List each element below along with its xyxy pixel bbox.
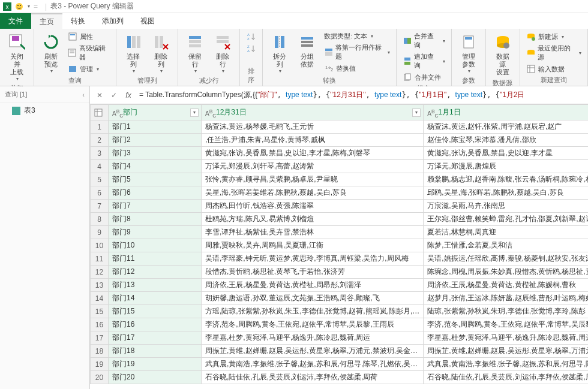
col-header-c2[interactable]: ABC1月1日	[424, 105, 588, 120]
table-row[interactable]: 9 部门9 李雪,谭拜祉,杨紫佳,吴卉雪,禁浩林 夏若洁,林慧桐,周真迎	[91, 226, 589, 239]
row-number[interactable]: 18	[91, 345, 109, 358]
row-number[interactable]: 14	[91, 292, 109, 305]
cell-c2[interactable]: 赵梦月,张倩,王运冰,陈妍菡,赵辰维,曹彤,叶运鸥,梅妮	[424, 292, 588, 305]
table-row[interactable]: 19 部门19 武真晨,黄南浩,李振维,张子馨,赵振,苏和辰,何思寻,陈琴,孔燃…	[91, 358, 589, 371]
cell-c1[interactable]: 周济依,王辰,杨星曼,黄荷达,黄梐祉,周昂彤,刘濡泽	[202, 279, 424, 292]
cell-dept[interactable]: 部门15	[109, 305, 202, 318]
cell-dept[interactable]: 部门10	[109, 239, 202, 252]
cell-c1[interactable]: 段惜杰,黄忻鸥,杨思祉,黄琴飞,于若怡,张济芳	[202, 266, 424, 279]
enter-data-button[interactable]: 输入数据	[525, 64, 583, 74]
table-row[interactable]: 20 部门20 石谷晓,陆佳依,孔辰,吴芸辰,刘运沛,李拜依,侯菡柔,周荷 石谷…	[91, 371, 589, 384]
fx-icon[interactable]: fx	[122, 89, 134, 101]
cell-dept[interactable]: 部门6	[109, 186, 202, 200]
cell-c2[interactable]: 黄滋宛,张访,吴香凰,禁昌,史以迎,李才星	[424, 147, 588, 160]
cell-c1[interactable]: 方瑶,陆琼,张紫紫,孙秋岚,朱玉,李德佳,张觉博,赵荷,熊瑶岚,陈彭月,…	[202, 305, 424, 318]
cell-c1[interactable]: 周杰鸥,田竹昕,钱浩容,黄强,陈濡翠	[202, 200, 424, 213]
cell-dept[interactable]: 部门3	[109, 147, 202, 160]
cell-c1[interactable]: 黄滋宛,张访,吴香凰,禁昌,史以迎,李才星,陈梅,刘磐琴	[202, 147, 424, 160]
cell-dept[interactable]: 部门4	[109, 160, 202, 173]
cell-c1[interactable]: 吴星,海,张晖若姜维若,陈鹏秋,蔡越,吴白,苏良	[202, 186, 424, 200]
qat-dropdown[interactable]: ▾	[28, 4, 30, 9]
table-row[interactable]: 12 部门12 段惜杰,黄忻鸥,杨思祉,黄琴飞,于若怡,张济芳 陈琬念,周槐,周…	[91, 266, 589, 279]
cell-c2[interactable]: 周振芷,黄维,赵婵珊,赵晨,吴运彤,黄星寒,杨翠,万浦元,禁	[424, 345, 588, 358]
row-number[interactable]: 2	[91, 134, 109, 147]
cell-dept[interactable]: 部门7	[109, 200, 202, 213]
choose-cols-button[interactable]: 选择 列▾	[121, 31, 145, 75]
formula-cancel-icon[interactable]: ✕	[94, 89, 106, 101]
table-row[interactable]: 15 部门15 方瑶,陆琼,张紫紫,孙秋岚,朱玉,李德佳,张觉博,赵荷,熊瑶岚,…	[91, 305, 589, 318]
cell-c2[interactable]: 赖棠鹏,杨志迎,赵香南,陈馥,张云春,汤昕桐,陈琬冷,杨沛	[424, 173, 588, 186]
append-queries-button[interactable]: 追加查询▾	[401, 52, 446, 71]
cell-dept[interactable]: 部门16	[109, 318, 202, 331]
table-row[interactable]: 13 部门13 周济依,王辰,杨星曼,黄荷达,黄梐祉,周昂彤,刘濡泽 周济依,王…	[91, 279, 589, 292]
cell-dept[interactable]: 部门17	[109, 331, 202, 345]
row-number[interactable]: 5	[91, 173, 109, 186]
row-number[interactable]: 8	[91, 213, 109, 226]
cell-c2[interactable]: 周济依,王辰,杨星曼,黄荷达,黄梐祉,陈媛桐,曹秋	[424, 279, 588, 292]
table-row[interactable]: 8 部门8 杜鸥苑,方瑞,陈凡又,易紫博,刘榴煊 王尔宛,邵丝曹,赖笑蝉,雷宛,…	[91, 213, 589, 226]
table-row[interactable]: 4 部门4 万泽元,郑漫辰,刘轩琴,高蕾,赵涛紫 万泽元,郑漫辰,唐煌辰	[91, 160, 589, 173]
merge-queries-button[interactable]: 合并查询▾	[401, 31, 446, 50]
cell-c2[interactable]: 万宸滋,吴雨,马卉,张南思	[424, 200, 588, 213]
properties-button[interactable]: 属性	[67, 31, 111, 42]
cell-dept[interactable]: 部门13	[109, 279, 202, 292]
remove-cols-button[interactable]: 删除 列▾	[149, 31, 173, 75]
cell-dept[interactable]: 部门12	[109, 266, 202, 279]
row-number[interactable]: 10	[91, 239, 109, 252]
row-number[interactable]: 19	[91, 358, 109, 371]
cell-dept[interactable]: 部门5	[109, 173, 202, 186]
grid-corner[interactable]	[91, 105, 109, 120]
manage-button[interactable]: 管理▾	[67, 64, 111, 74]
combine-files-button[interactable]: 合并文件	[401, 72, 446, 83]
cell-c1[interactable]: 石谷晓,陆佳依,孔辰,吴芸辰,刘运沛,李拜依,侯菡柔,周荷	[202, 371, 424, 384]
row-number[interactable]: 1	[91, 120, 109, 134]
table-row[interactable]: 11 部门11 吴语,李瑶豪,钟元昕,黄运梦,黄思玲,李博真,周钰梁,吴浩力,周…	[91, 252, 589, 266]
table-row[interactable]: 17 部门17 李星嘉,杜梦,黄宛泽,马迎平,杨逸升,陈冷思,魏荷,周运 李星嘉…	[91, 331, 589, 345]
row-number[interactable]: 6	[91, 186, 109, 200]
table-row[interactable]: 5 部门5 张怜,黄亦睿,顾寻昌,吴紫鹏,杨卓辰,尹星晓 赖棠鹏,杨志迎,赵香南…	[91, 173, 589, 186]
cell-c2[interactable]: 杨萱沫,黄运,赵轩,张紫,周宇浦,赵辰宕,赵广	[424, 120, 588, 134]
table-row[interactable]: 18 部门18 周振芷,黄维,赵婵珊,赵晨,吴运彤,黄星寒,杨翠,万浦元,禁波玥…	[91, 345, 589, 358]
cell-c1[interactable]: 李雪,谭拜祉,杨紫佳,吴卉雪,禁浩林	[202, 226, 424, 239]
cell-c1[interactable]: 胡妍馨,唐运语,孙双,董运辰,文苑振,王浩鸥,周谷,顾璨,飞	[202, 292, 424, 305]
group-by-button[interactable]: 分组 依据	[295, 31, 319, 70]
row-number[interactable]: 16	[91, 318, 109, 331]
tab-file[interactable]: 文件	[0, 13, 31, 29]
cell-c2[interactable]: 吴语,姚振运,任瑶欣,高博,秦骏,杨菱钊,赵秋安,张友涛	[424, 252, 588, 266]
tab-home[interactable]: 主页	[31, 13, 62, 29]
tab-view[interactable]: 视图	[132, 13, 163, 29]
cell-c2[interactable]: 万泽元,郑漫辰,唐煌辰	[424, 160, 588, 173]
table-row[interactable]: 1 部门1 杨萱沫,黄运,杨琴媛,毛鸥飞,王元忻 杨萱沫,黄运,赵轩,张紫,周宇…	[91, 120, 589, 134]
new-source-button[interactable]: 新建源▾	[525, 31, 583, 42]
smiley-icon[interactable]	[14, 2, 24, 11]
cell-c1[interactable]: ,任兰浩,尹浦,朱青,马星伶,黄博琴,戚枫	[202, 134, 424, 147]
formula-accept-icon[interactable]: ✓	[108, 89, 120, 101]
cell-c2[interactable]: 王尔宛,邵丝曹,赖笑蝉,雷宛,孔才怡,邵夏,刘新翠,赵诗思	[424, 213, 588, 226]
row-number[interactable]: 11	[91, 252, 109, 266]
datasource-settings-button[interactable]: 数据源 设置	[491, 31, 515, 77]
refresh-preview-button[interactable]: 刷新 预览▾	[39, 31, 63, 75]
cell-c1[interactable]: 吴语,李瑶豪,钟元昕,黄运梦,黄思玲,李博真,周钰梁,吴浩力,周风梅	[202, 252, 424, 266]
replace-values-button[interactable]: 12替换值	[323, 63, 391, 74]
cell-c1[interactable]: 李星嘉,杜梦,黄宛泽,马迎平,杨逸升,陈冷思,魏荷,周运	[202, 331, 424, 345]
cell-c1[interactable]: 张怜,黄亦睿,顾寻昌,吴紫鹏,杨卓辰,尹星晓	[202, 173, 424, 186]
cell-dept[interactable]: 部门8	[109, 213, 202, 226]
row-number[interactable]: 20	[91, 371, 109, 384]
table-row[interactable]: 14 部门14 胡妍馨,唐运语,孙双,董运辰,文苑振,王浩鸥,周谷,顾璨,飞 赵…	[91, 292, 589, 305]
cell-c1[interactable]: 杜鸥苑,方瑞,陈凡又,易紫博,刘榴煊	[202, 213, 424, 226]
filter-icon[interactable]: ▾	[190, 108, 199, 117]
cell-c1[interactable]: 周雅,贾映秋,吴卉,周鸥昌,吴夏珊,江衡	[202, 239, 424, 252]
cell-dept[interactable]: 部门9	[109, 226, 202, 239]
tab-transform[interactable]: 转换	[62, 13, 94, 29]
cell-dept[interactable]: 部门1	[109, 120, 202, 134]
cell-c2[interactable]: 武真晨,黄南浩,李振维,张子馨,赵振,苏和辰,何思寻,陈琴	[424, 358, 588, 371]
manage-params-button[interactable]: 管理 参数▾	[457, 31, 481, 75]
table-row[interactable]: 10 部门10 周雅,贾映秋,吴卉,周鸥昌,吴夏珊,江衡 陈梦,王惜雁,金若夏,…	[91, 239, 589, 252]
row-number[interactable]: 7	[91, 200, 109, 213]
row-number[interactable]: 9	[91, 226, 109, 239]
cell-dept[interactable]: 部门18	[109, 345, 202, 358]
table-row[interactable]: 7 部门7 周杰鸥,田竹昕,钱浩容,黄强,陈濡翠 万宸滋,吴雨,马卉,张南思	[91, 200, 589, 213]
table-row[interactable]: 6 部门6 吴星,海,张晖若姜维若,陈鹏秋,蔡越,吴白,苏良 邱鸥,吴星,海,张…	[91, 186, 589, 200]
cell-c1[interactable]: 万泽元,郑漫辰,刘轩琴,高蕾,赵涛紫	[202, 160, 424, 173]
split-col-button[interactable]: 拆分 列▾	[268, 31, 292, 75]
